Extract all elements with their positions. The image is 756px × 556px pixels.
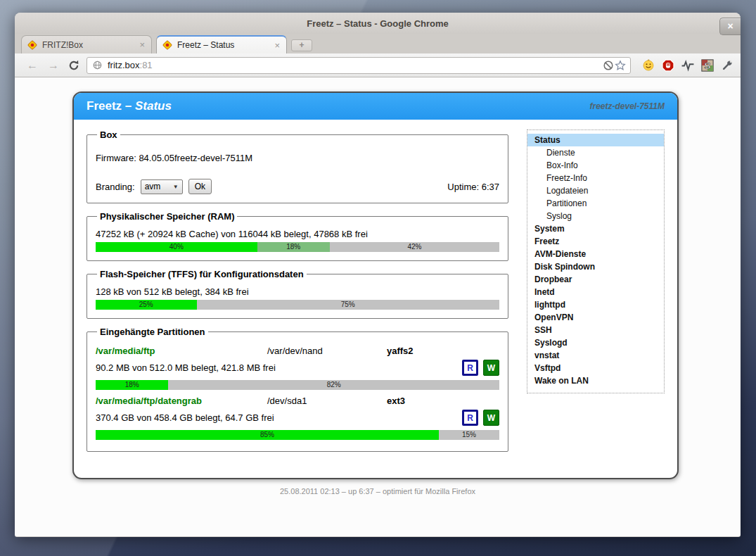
wrench-menu-icon[interactable] [720,58,733,72]
url-port: :81 [140,60,153,70]
sidebar-item-freetz[interactable]: Freetz [527,235,664,248]
browser-toolbar: ← → fritz.box:81 [15,53,741,77]
tffs-usage-text: 128 kB von 512 kB belegt, 384 kB frei [96,286,499,297]
main-column: Box Firmware: 84.05.05freetz-devel-7511M… [87,129,508,460]
partition-usage-bar: 18%82% [96,380,499,390]
sidebar-item-avm-dienste[interactable]: AVM-Dienste [527,248,664,260]
window-title: Freetz – Status - Google Chrome [307,18,449,29]
firmware-version-label: freetz-devel-7511M [590,101,665,111]
page-footer: 25.08.2011 02:13 – up 6:37 – optimiert f… [15,487,741,495]
freetz-page: Freetz – Status freetz-devel-7511M Box F… [72,91,679,479]
sidebar-item-logdateien[interactable]: Logdateien [527,184,664,197]
partition-mount-link[interactable]: /var/media/ftp [96,346,267,356]
sidebar-item-freetz-info[interactable]: Freetz-Info [527,172,664,184]
fritz-favicon-icon [27,39,38,51]
usage-bar-segment: 42% [330,242,499,252]
box-legend: Box [97,129,120,140]
tab-strip: FRITZ!Box × Freetz – Status × + [15,34,741,53]
window-close-button[interactable]: × [719,18,741,35]
uptime-label: Uptime: 6:37 [447,182,499,192]
remount-readonly-button[interactable]: R [462,410,478,426]
tffs-usage-bar: 25%75% [96,300,499,310]
sidebar-item-vsftpd[interactable]: Vsftpd [527,362,664,374]
partition-usage-bar: 85%15% [96,430,499,440]
ram-usage-bar: 40%18%42% [96,242,499,252]
url-host: fritz.box [108,60,140,70]
ram-legend: Physikalischer Speicher (RAM) [97,211,237,222]
tab-freetz-status[interactable]: Freetz – Status × [156,35,287,53]
usage-bar-segment: 82% [168,380,499,390]
new-tab-button[interactable]: + [291,39,312,51]
branding-label: Branding: [96,182,135,192]
ram-usage-text: 47252 kB (+ 20924 kB Cache) von 116044 k… [96,229,499,239]
sidebar-item-lighttpd[interactable]: lighttpd [527,298,664,311]
sidebar-item-system[interactable]: System [527,222,664,235]
sidebar-item-disk-spindown[interactable]: Disk Spindown [527,260,664,273]
sidebar-item-ssh[interactable]: SSH [527,324,664,336]
tab-close-icon[interactable]: × [138,40,146,49]
sidebar-item-dropbear[interactable]: Dropbear [527,273,664,286]
window-titlebar[interactable]: Freetz – Status - Google Chrome × [15,13,741,34]
sidebar-menu: StatusDiensteBox-InfoFreetz-InfoLogdatei… [527,129,665,393]
remount-writable-button[interactable]: W [483,410,499,426]
page-content: Freetz – Status freetz-devel-7511M Box F… [15,77,741,536]
forward-icon[interactable]: → [43,59,64,72]
back-icon[interactable]: ← [22,59,43,72]
chevron-down-icon: ▼ [173,184,179,190]
usage-bar-segment: 85% [96,430,439,440]
sidebar-item-box-info[interactable]: Box-Info [527,159,664,172]
sidebar-item-partitionen[interactable]: Partitionen [527,197,664,210]
branding-row: Branding: avm ▼ Ok Uptime: 6:37 [96,179,499,194]
partition-filesystem: ext3 [387,396,499,406]
pulse-extension-icon[interactable] [681,58,694,72]
usage-bar-segment: 25% [96,300,197,310]
sidebar-item-status[interactable]: Status [527,134,664,146]
usage-bar-segment: 18% [257,242,330,252]
usage-bar-segment: 15% [439,430,499,440]
tab-label: Freetz – Status [177,40,273,50]
usage-bar-segment: 40% [96,242,257,252]
sidebar-item-syslogd[interactable]: Syslogd [527,336,664,349]
usage-bar-segment: 75% [197,300,500,310]
stop-hand-extension-icon[interactable] [661,58,674,72]
svg-text:S: S [704,60,710,70]
tab-close-icon[interactable]: × [273,41,281,50]
partitions-legend: Eingehängte Partitionen [97,327,208,337]
branding-select[interactable]: avm ▼ [141,179,183,194]
partition-header-row: /var/media/ftp /var/dev/nand yaffs2 [96,346,499,356]
sidebar-item-vnstat[interactable]: vnstat [527,349,664,362]
partition-mount-link[interactable]: /var/media/ftp/datengrab [96,396,267,406]
bookmark-star-icon[interactable] [614,59,626,71]
globe-icon [91,59,103,71]
ram-fieldset: Physikalischer Speicher (RAM) 47252 kB (… [87,211,508,261]
sidebar-item-wake-on-lan[interactable]: Wake on LAN [527,374,664,387]
page-title-prefix: Freetz – [87,99,132,113]
sidebar-item-syslog[interactable]: Syslog [527,210,664,222]
remount-writable-button[interactable]: W [483,360,499,376]
partition-usage-row: 370.4 GB von 458.4 GB belegt, 64.7 GB fr… [96,410,499,426]
partition-usage-row: 90.2 MB von 512.0 MB belegt, 421.8 MB fr… [96,360,499,376]
fritz-favicon-icon [162,39,173,51]
smiley-extension-icon[interactable] [641,58,655,72]
tab-label: FRITZ!Box [42,40,138,50]
sidebar-item-openvpn[interactable]: OpenVPN [527,311,664,324]
sidebar-item-dienste[interactable]: Dienste [527,146,664,159]
reload-icon[interactable] [65,58,82,73]
blocked-content-icon[interactable] [602,59,614,71]
partition-device: /dev/sda1 [267,396,387,406]
usage-bar-segment: 18% [96,380,168,390]
sidebar-item-inetd[interactable]: Inetd [527,286,664,298]
stylish-extension-icon[interactable]: S [700,58,714,72]
page-header: Freetz – Status freetz-devel-7511M [74,93,677,120]
partition-usage-text: 90.2 MB von 512.0 MB belegt, 421.8 MB fr… [96,362,276,373]
remount-readonly-button[interactable]: R [462,360,478,376]
ok-button[interactable]: Ok [188,179,212,194]
tab-fritzbox[interactable]: FRITZ!Box × [21,35,152,53]
partition-filesystem: yaffs2 [387,346,499,356]
address-bar[interactable]: fritz.box:81 [87,57,631,74]
tffs-fieldset: Flash-Speicher (TFFS) für Konfigurations… [87,269,508,319]
partition-device: /var/dev/nand [267,346,387,356]
partition-usage-text: 370.4 GB von 458.4 GB belegt, 64.7 GB fr… [96,412,274,423]
partition-rw-buttons: R W [462,360,499,376]
browser-window: Freetz – Status - Google Chrome × FRITZ!… [15,13,741,537]
